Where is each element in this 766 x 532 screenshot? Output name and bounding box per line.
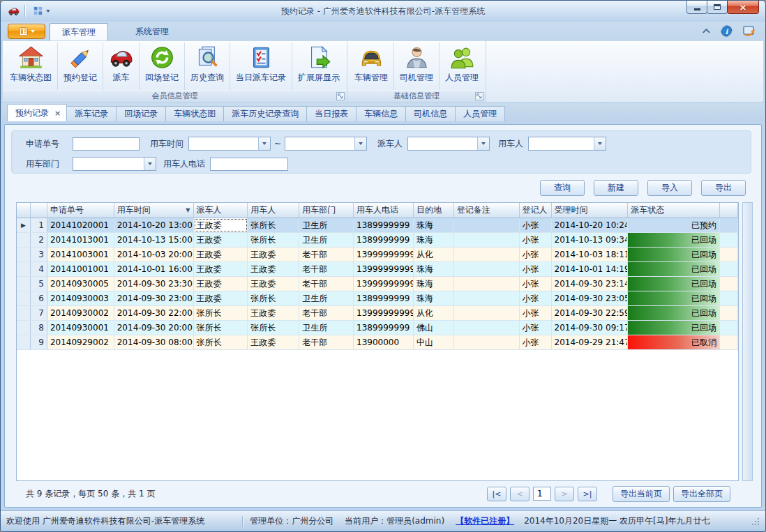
user-combo[interactable] bbox=[528, 137, 606, 151]
cell-phone[interactable]: 1389999999 bbox=[354, 218, 414, 232]
tab-reservation-records[interactable]: 预约记录× bbox=[7, 104, 67, 121]
chevron-up-icon[interactable] bbox=[702, 27, 711, 35]
cell-accept_time[interactable]: 2014-09-30 23:05 bbox=[552, 291, 629, 305]
cell-dept[interactable]: 老干部 bbox=[299, 277, 354, 291]
cell-dest[interactable]: 珠海 bbox=[414, 233, 454, 247]
cell-accept_time[interactable]: 2014-09-30 22:59 bbox=[552, 306, 629, 320]
cell-phone[interactable]: 1389999999 bbox=[354, 233, 414, 247]
cell-order_no[interactable]: 20140930003 bbox=[47, 291, 114, 305]
cell-accept_time[interactable]: 2014-10-13 09:34 bbox=[552, 233, 629, 247]
cell-order_no[interactable]: 20141001001 bbox=[47, 262, 114, 276]
tab-return-records[interactable]: 回场记录 bbox=[116, 106, 166, 121]
tab-vehicle-info[interactable]: 车辆信息 bbox=[356, 106, 406, 121]
grid-vertical-scrollbar[interactable] bbox=[742, 202, 753, 481]
cell-phone[interactable]: 13999999999 bbox=[354, 262, 414, 276]
cell-status[interactable]: 已回场 bbox=[628, 277, 720, 291]
column-header[interactable]: 目的地 bbox=[414, 203, 454, 218]
minimize-button[interactable] bbox=[686, 1, 707, 14]
cell-num[interactable]: 1 bbox=[31, 218, 47, 232]
cell-remark[interactable] bbox=[454, 321, 520, 335]
tab-vehicle-status-map[interactable]: 车辆状态图 bbox=[165, 106, 224, 121]
new-button[interactable]: 新建 bbox=[594, 180, 638, 196]
cell-user[interactable]: 王政委 bbox=[248, 335, 299, 349]
cell-use_time[interactable]: 2014-09-30 23:00 bbox=[114, 291, 194, 305]
extended-screen-button[interactable]: 扩展屏显示 bbox=[292, 43, 345, 90]
cell-use_time[interactable]: 2014-09-30 22:00 bbox=[114, 306, 194, 320]
cell-registrar[interactable]: 小张 bbox=[520, 233, 552, 247]
dept-combo[interactable] bbox=[73, 157, 156, 171]
cell-status[interactable]: 已回场 bbox=[628, 291, 720, 305]
dialog-launcher-button[interactable] bbox=[336, 92, 345, 100]
column-header[interactable]: 派车人 bbox=[194, 203, 248, 218]
cell-registrar[interactable]: 小张 bbox=[520, 248, 552, 261]
cell-remark[interactable] bbox=[454, 262, 520, 276]
cell-dept[interactable]: 老干部 bbox=[299, 335, 354, 349]
order-no-input[interactable] bbox=[73, 137, 140, 151]
cell-user[interactable]: 王政委 bbox=[248, 277, 299, 291]
cell-order_no[interactable]: 20140930005 bbox=[47, 277, 114, 291]
cell-dispatcher[interactable]: 张所长 bbox=[194, 306, 248, 320]
cell-use_time[interactable]: 2014-09-30 20:00 bbox=[114, 321, 194, 335]
cell-remark[interactable] bbox=[454, 291, 520, 305]
cell-phone[interactable]: 13900000 bbox=[354, 335, 414, 349]
cell-num[interactable]: 4 bbox=[31, 262, 47, 276]
dialog-launcher-button[interactable] bbox=[475, 92, 483, 100]
cell-registrar[interactable]: 小张 bbox=[520, 277, 552, 291]
today-dispatch-records-button[interactable]: 当日派车记录 bbox=[230, 43, 292, 90]
cell-status[interactable]: 已回场 bbox=[628, 306, 720, 320]
cell-registrar[interactable]: 小张 bbox=[520, 306, 552, 320]
tab-driver-info[interactable]: 司机信息 bbox=[405, 106, 456, 121]
cell-phone[interactable]: 13999999999 bbox=[354, 277, 414, 291]
cell-dept[interactable]: 卫生所 bbox=[299, 218, 354, 232]
column-header[interactable]: 登记备注 bbox=[454, 203, 520, 218]
cell-registrar[interactable]: 小张 bbox=[520, 291, 552, 305]
cell-dest[interactable]: 珠海 bbox=[414, 291, 454, 305]
column-header[interactable]: 用车部门 bbox=[299, 203, 354, 218]
cell-dest[interactable]: 中山 bbox=[414, 335, 454, 349]
column-header[interactable]: 申请单号 bbox=[47, 203, 114, 218]
cell-dest[interactable]: 珠海 bbox=[414, 262, 454, 276]
history-query-button[interactable]: 历史查询 bbox=[184, 43, 230, 90]
cell-phone[interactable]: 1389999999 bbox=[354, 291, 414, 305]
cell-order_no[interactable]: 20141020001 bbox=[47, 218, 114, 232]
cell-dept[interactable]: 老干部 bbox=[299, 262, 354, 276]
cell-remark[interactable] bbox=[454, 277, 520, 291]
cell-status[interactable]: 已预约 bbox=[628, 218, 720, 232]
reservation-register-button[interactable]: 预约登记 bbox=[57, 43, 103, 90]
prev-page-button[interactable]: < bbox=[510, 487, 530, 501]
cell-use_time[interactable]: 2014-10-03 20:00 bbox=[114, 248, 194, 261]
cell-order_no[interactable]: 20140929002 bbox=[47, 335, 114, 349]
cell-dest[interactable]: 珠海 bbox=[414, 218, 454, 232]
cell-phone[interactable]: 13999999999 bbox=[354, 306, 414, 320]
cell-dest[interactable]: 佛山 bbox=[414, 321, 454, 335]
cell-status[interactable]: 已回场 bbox=[628, 321, 720, 335]
tab-personnel-management[interactable]: 人员管理 bbox=[455, 106, 505, 121]
cell-user[interactable]: 王政委 bbox=[248, 248, 299, 261]
cell-dest[interactable]: 珠海 bbox=[414, 277, 454, 291]
dispatch-button[interactable]: 派车 bbox=[103, 43, 139, 90]
cell-status[interactable]: 已取消 bbox=[628, 335, 720, 349]
cell-dest[interactable]: 从化 bbox=[414, 306, 454, 320]
chevron-down-icon[interactable] bbox=[594, 137, 606, 150]
ribbon-tab-dispatch[interactable]: 派车管理 bbox=[50, 23, 108, 40]
cell-accept_time[interactable]: 2014-10-20 10:24 bbox=[552, 218, 629, 232]
tab-dispatch-records[interactable]: 派车记录 bbox=[66, 106, 117, 121]
cell-user[interactable]: 王政委 bbox=[248, 306, 299, 320]
cell-order_no[interactable]: 20140930001 bbox=[47, 321, 114, 335]
cell-dispatcher[interactable]: 王政委 bbox=[194, 248, 248, 261]
application-menu-button[interactable] bbox=[8, 24, 45, 39]
chevron-down-icon[interactable] bbox=[144, 158, 156, 170]
cell-dept[interactable]: 卫生所 bbox=[299, 233, 354, 247]
use-time-to-combo[interactable] bbox=[285, 137, 367, 151]
last-page-button[interactable]: >| bbox=[578, 487, 597, 501]
vehicle-management-button[interactable]: 车辆管理 bbox=[349, 43, 393, 90]
cell-accept_time[interactable]: 2014-10-03 18:11 bbox=[552, 248, 629, 261]
cell-use_time[interactable]: 2014-10-20 13:00 bbox=[114, 218, 194, 232]
cell-accept_time[interactable]: 2014-09-30 09:17 bbox=[552, 321, 629, 335]
cell-order_no[interactable]: 20141013001 bbox=[47, 233, 114, 247]
cell-dept[interactable]: 老干部 bbox=[299, 306, 354, 320]
dispatcher-combo[interactable] bbox=[407, 137, 490, 151]
resize-grip[interactable] bbox=[751, 517, 760, 526]
cell-remark[interactable] bbox=[454, 335, 520, 349]
cell-dispatcher[interactable]: 王政委 bbox=[194, 291, 248, 305]
